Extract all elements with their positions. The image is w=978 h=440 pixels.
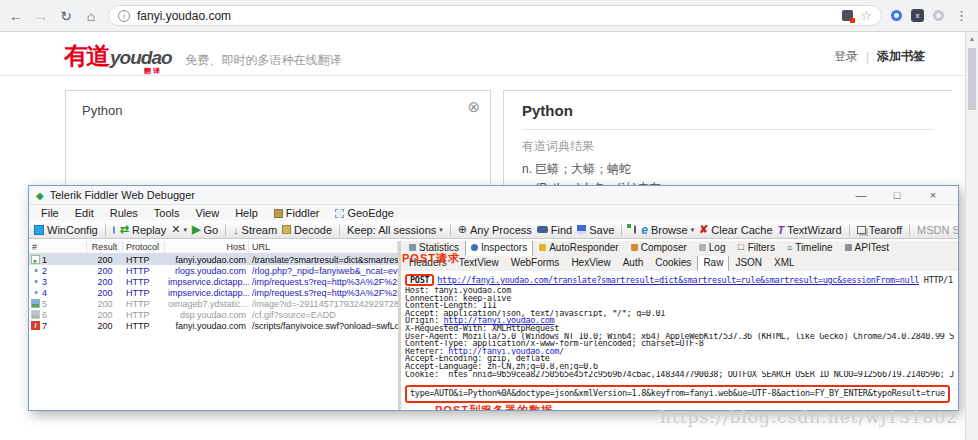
raw-header-line: X-Requested-With: XMLHttpRequest [405, 325, 954, 333]
url-text[interactable]: fanyi.youdao.com [137, 9, 835, 23]
browse-button[interactable]: eBrowse▾ [641, 223, 694, 237]
raw-header-line: Host: fanyi.youdao.com [405, 287, 954, 295]
decode-button[interactable]: Decode [282, 224, 332, 236]
logo-en-text: youdao [110, 47, 172, 68]
tab-json[interactable]: JSON [729, 256, 768, 271]
home-icon[interactable]: ⌂ [83, 8, 99, 24]
menu-file[interactable]: File [33, 207, 67, 219]
scrollbar-thumb[interactable] [968, 48, 976, 110]
session-row-3[interactable]: ‹›3 200 HTTP impservice.dictapp.... /imp… [29, 276, 398, 287]
menu-help[interactable]: Help [227, 207, 266, 219]
extension-ring-icon[interactable] [891, 10, 902, 21]
session-row-6[interactable]: 6 200 HTTP dsp.youdao.com /cf.gif?source… [29, 309, 398, 320]
raw-header-line: Origin: http://fanyi.youdao.com [405, 317, 954, 325]
request-url-link[interactable]: http://fanyi.youdao.com/translate?smartr… [437, 275, 919, 285]
address-bar[interactable]: i fanyi.youdao.com ☆ [108, 5, 882, 26]
page-info-icon[interactable]: i [118, 10, 130, 22]
tab-auth[interactable]: Auth [617, 256, 650, 271]
result-divider [522, 129, 934, 130]
clear-input-icon[interactable]: ⊗ [467, 98, 480, 116]
extension-badge-icon[interactable] [842, 10, 853, 21]
tab-hexview[interactable]: HexView [565, 256, 616, 271]
close-button[interactable]: × [915, 189, 951, 201]
forward-icon[interactable]: → [33, 8, 49, 24]
session-row-5[interactable]: 5 200 HTTP oimageb7.ydstatic.... /image?… [29, 298, 398, 309]
annotation-body-box: type=AUTO&i=Python%0A&doctype=json&xmlVe… [405, 385, 950, 403]
tearoff-button[interactable]: Tearoff [857, 224, 902, 236]
tab-apitest[interactable]: APITest [839, 241, 895, 256]
tab-webforms[interactable]: WebForms [505, 256, 566, 271]
fiddler-titlebar[interactable]: ◆ Telerik Fiddler Web Debugger — □ × [29, 186, 958, 205]
add-bookmark-link[interactable]: 添加书签 [877, 48, 925, 65]
minimize-button[interactable]: — [843, 189, 879, 201]
origin-link[interactable]: http://fanyi.youdao.com [444, 317, 555, 325]
session-row-4[interactable]: ‹›4 200 HTTP impservice.dictapp.... /imp… [29, 287, 398, 298]
col-result[interactable]: Result [87, 241, 123, 253]
find-button[interactable]: Find [537, 224, 572, 236]
referer-link[interactable]: http://fanyi.youdao.com/ [448, 348, 564, 356]
scrollbar-up-icon[interactable]: ▲ [966, 32, 978, 46]
tab-cookies[interactable]: Cookies [649, 256, 697, 271]
winconfig-button[interactable]: WinConfig [34, 224, 98, 236]
maximize-button[interactable]: □ [879, 189, 915, 201]
session-icon-flash: / [31, 321, 40, 330]
col-num[interactable]: # [29, 241, 87, 253]
menu-edit[interactable]: Edit [67, 207, 102, 219]
menu-tools[interactable]: Tools [146, 207, 188, 219]
keep-sessions-dropdown[interactable]: Keep: All sessions▾ [347, 224, 443, 236]
session-row-7[interactable]: /7 200 HTTP fanyi.youdao.com /scripts/fa… [29, 320, 398, 331]
decode-icon [282, 225, 291, 234]
col-host[interactable]: Host [165, 241, 249, 253]
translate-input-text[interactable]: Python [66, 91, 490, 130]
stream-button[interactable]: ↓Stream [233, 224, 277, 236]
session-icon-result: ▸ [31, 255, 40, 264]
page-scrollbar[interactable]: ▲ [965, 32, 978, 440]
comment-icon[interactable] [113, 226, 115, 234]
clear-cache-button[interactable]: ✘Clear Cache [699, 223, 772, 236]
tab-composer[interactable]: Composer [625, 241, 693, 256]
logo-cn-text: 有道 [64, 40, 108, 72]
extension-disabled-icon[interactable] [933, 10, 944, 21]
tab-raw[interactable]: Raw [697, 256, 729, 271]
tab-autoresponder[interactable]: AutoResponder [533, 241, 625, 256]
screen: ← → ↻ ⌂ i fanyi.youdao.com ☆ x ⋮ 有道 youd… [0, 0, 978, 440]
magnifier-icon [471, 244, 478, 251]
login-link[interactable]: 登录 [834, 48, 858, 65]
col-protocol[interactable]: Protocol [123, 241, 165, 253]
reload-icon[interactable]: ↻ [58, 8, 74, 24]
any-process-button[interactable]: ⊕Any Process [458, 223, 532, 236]
fiddler-grid-icon [274, 209, 283, 218]
textwizard-button[interactable]: TTextWizard [778, 224, 842, 236]
geoedge-icon [335, 209, 344, 218]
browser-menu-icon[interactable]: ⋮ [953, 8, 970, 23]
menu-fiddler[interactable]: Fiddler [286, 207, 328, 219]
extension-square-icon[interactable]: x [911, 9, 924, 22]
save-button[interactable]: Save [577, 224, 614, 236]
back-icon[interactable]: ← [8, 8, 24, 24]
raw-request-view[interactable]: POSThttp://fanyi.youdao.com/translate?sm… [401, 271, 958, 410]
tab-inspectors[interactable]: Inspectors [465, 241, 533, 256]
site-header: 有道 youdao 翻 译 免费、即时的多语种在线翻译 登录 | 添加书签 [0, 32, 965, 76]
timer-icon[interactable] [634, 225, 636, 234]
session-row-2[interactable]: ‹›2 200 HTTP rlogs.youdao.com /rlog.php?… [29, 265, 398, 276]
col-url[interactable]: URL [249, 241, 398, 253]
menu-view[interactable]: View [188, 207, 228, 219]
tab-log[interactable]: Log [693, 241, 732, 256]
logo-sub-text: 翻 译 [144, 66, 160, 76]
session-icon-image [31, 299, 40, 308]
menu-geoedge[interactable]: GeoEdge [347, 207, 401, 219]
tab-textview[interactable]: TextView [453, 256, 505, 271]
menu-rules[interactable]: Rules [102, 207, 146, 219]
ie-icon: e [641, 223, 648, 237]
replay-button[interactable]: ⇄Replay [120, 223, 166, 236]
tab-timeline[interactable]: ≡Timeline [781, 241, 839, 256]
remove-sessions-button[interactable]: ✕▾ [171, 223, 187, 236]
bookmark-star-icon[interactable]: ☆ [860, 8, 872, 23]
go-button[interactable]: ▶Go [192, 223, 218, 236]
session-list-header[interactable]: # Result Protocol Host URL [29, 241, 398, 254]
tab-filters[interactable]: ☐Filters [731, 241, 780, 256]
msdn-search-box[interactable]: MSDN Search... [917, 224, 958, 236]
tab-xml[interactable]: XML [768, 256, 801, 271]
session-row-1[interactable]: ▸1 200 HTTP fanyi.youdao.com /translate?… [29, 254, 398, 265]
youdao-logo[interactable]: 有道 youdao 翻 译 免费、即时的多语种在线翻译 [64, 40, 342, 72]
